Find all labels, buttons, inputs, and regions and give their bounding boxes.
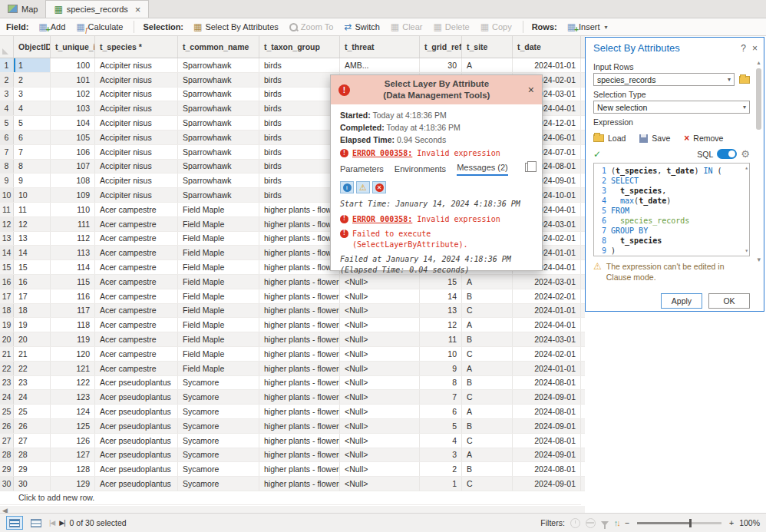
table-cell[interactable]: birds: [259, 73, 340, 87]
table-cell[interactable]: Acer campestre: [95, 246, 178, 259]
row-number[interactable]: 25: [0, 405, 14, 418]
table-cell[interactable]: 8: [420, 376, 462, 390]
panel-scrollbar[interactable]: ▴: [754, 59, 763, 257]
table-cell[interactable]: higher plants - floweri...: [259, 246, 340, 259]
row-number[interactable]: 3: [0, 88, 14, 101]
scroll-up-icon[interactable]: ▴: [745, 165, 748, 171]
table-cell[interactable]: 2024-09-01: [513, 477, 581, 491]
row-number[interactable]: 11: [0, 203, 14, 216]
table-cell[interactable]: <Null>: [340, 419, 420, 433]
column-header[interactable]: t_species *: [95, 36, 178, 58]
table-cell[interactable]: A: [462, 318, 513, 332]
row-number[interactable]: 10: [0, 188, 14, 202]
table-cell[interactable]: Accipiter nisus: [95, 188, 178, 202]
table-cell[interactable]: higher plants - floweri...: [259, 332, 340, 346]
table-cell[interactable]: 21: [14, 347, 51, 361]
dialog-tab-environments[interactable]: Environments: [395, 164, 446, 176]
table-cell[interactable]: 109: [51, 188, 95, 202]
table-cell[interactable]: higher plants - floweri...: [259, 419, 340, 433]
table-cell[interactable]: Field Maple: [178, 318, 259, 332]
close-panel-icon[interactable]: ×: [752, 43, 758, 54]
table-cell[interactable]: Accipiter nisus: [95, 88, 178, 101]
last-record-button[interactable]: ▶|: [59, 519, 64, 527]
table-cell[interactable]: Acer pseudoplantus: [95, 419, 178, 433]
table-cell[interactable]: <Null>: [340, 362, 420, 375]
scroll-up-icon[interactable]: ▴: [757, 59, 760, 67]
table-cell[interactable]: Accipiter nisus: [95, 116, 178, 130]
table-cell[interactable]: 2024-04-01: [513, 318, 581, 332]
table-cell[interactable]: 2024-01-01: [513, 304, 581, 318]
table-cell[interactable]: 2: [420, 462, 462, 476]
dialog-tab-messages-[interactable]: Messages (2): [457, 163, 508, 176]
table-cell[interactable]: Sycamore: [178, 390, 259, 404]
table-cell[interactable]: Sparrowhawk: [178, 73, 259, 87]
input-rows-combo[interactable]: species_records ▾: [593, 73, 735, 86]
table-cell[interactable]: higher plants - floweri...: [259, 376, 340, 390]
load-expression-button[interactable]: Load: [593, 134, 626, 143]
table-cell[interactable]: 108: [51, 173, 95, 187]
table-cell[interactable]: 10: [14, 188, 51, 202]
table-cell[interactable]: 2024-08-01: [513, 434, 581, 448]
table-cell[interactable]: 107: [51, 160, 95, 173]
table-cell[interactable]: 119: [51, 332, 95, 346]
table-cell[interactable]: Field Maple: [178, 232, 259, 246]
table-cell[interactable]: 13: [420, 304, 462, 318]
first-record-button[interactable]: |◀: [49, 519, 54, 527]
table-cell[interactable]: 23: [14, 376, 51, 390]
table-cell[interactable]: 2024-02-01: [513, 289, 581, 303]
table-cell[interactable]: 114: [51, 260, 95, 274]
zoom-slider[interactable]: [637, 522, 721, 524]
table-cell[interactable]: 2024-09-01: [513, 448, 581, 462]
table-cell[interactable]: 123: [51, 390, 95, 404]
sql-toggle[interactable]: [717, 149, 737, 159]
table-cell[interactable]: Sparrowhawk: [178, 188, 259, 202]
table-cell[interactable]: birds: [259, 116, 340, 130]
table-cell[interactable]: higher plants - floweri...: [259, 289, 340, 303]
table-cell[interactable]: Field Maple: [178, 332, 259, 346]
table-cell[interactable]: 8: [14, 160, 51, 173]
table-cell[interactable]: A: [462, 362, 513, 375]
table-cell[interactable]: Sycamore: [178, 405, 259, 418]
table-cell[interactable]: 29: [14, 462, 51, 476]
row-number[interactable]: 4: [0, 101, 14, 115]
table-cell[interactable]: Acer campestre: [95, 362, 178, 375]
table-cell[interactable]: 30: [420, 58, 462, 72]
table-cell[interactable]: higher plants - floweri...: [259, 275, 340, 289]
table-cell[interactable]: <Null>: [340, 318, 420, 332]
select-by-attributes-button[interactable]: ▦ Select By Attributes: [190, 21, 282, 33]
table-cell[interactable]: Acer pseudoplantus: [95, 434, 178, 448]
table-cell[interactable]: 13: [14, 232, 51, 246]
info-filter-button[interactable]: i: [340, 181, 354, 193]
table-cell[interactable]: 20: [14, 332, 51, 346]
table-cell[interactable]: higher plants - floweri...: [259, 434, 340, 448]
table-cell[interactable]: 113: [51, 246, 95, 259]
row-number[interactable]: 19: [0, 318, 14, 332]
table-cell[interactable]: Field Maple: [178, 275, 259, 289]
row-number[interactable]: 20: [0, 332, 14, 346]
gear-icon[interactable]: ⚙: [741, 148, 750, 160]
table-cell[interactable]: 28: [14, 448, 51, 462]
selection-type-combo[interactable]: New selection ▾: [593, 101, 750, 114]
table-cell[interactable]: Accipiter nisus: [95, 73, 178, 87]
column-header[interactable]: t_grid_refer: [420, 36, 462, 58]
table-cell[interactable]: 24: [14, 390, 51, 404]
table-cell[interactable]: <Null>: [340, 376, 420, 390]
table-cell[interactable]: <Null>: [340, 289, 420, 303]
table-cell[interactable]: 9: [420, 362, 462, 375]
table-cell[interactable]: 116: [51, 289, 95, 303]
table-cell[interactable]: 11: [420, 332, 462, 346]
table-cell[interactable]: <Null>: [340, 477, 420, 491]
table-cell[interactable]: 128: [51, 462, 95, 476]
scroll-down-icon[interactable]: ▾: [757, 256, 761, 263]
table-cell[interactable]: 10: [420, 347, 462, 361]
table-cell[interactable]: C: [462, 477, 513, 491]
table-cell[interactable]: higher plants - floweri...: [259, 318, 340, 332]
table-cell[interactable]: 115: [51, 275, 95, 289]
table-cell[interactable]: Sparrowhawk: [178, 160, 259, 173]
table-cell[interactable]: 26: [14, 419, 51, 433]
zoom-slider-handle[interactable]: [689, 519, 692, 527]
table-cell[interactable]: Acer pseudoplantus: [95, 477, 178, 491]
table-cell[interactable]: Field Maple: [178, 289, 259, 303]
table-cell[interactable]: Acer campestre: [95, 332, 178, 346]
table-cell[interactable]: 105: [51, 131, 95, 144]
